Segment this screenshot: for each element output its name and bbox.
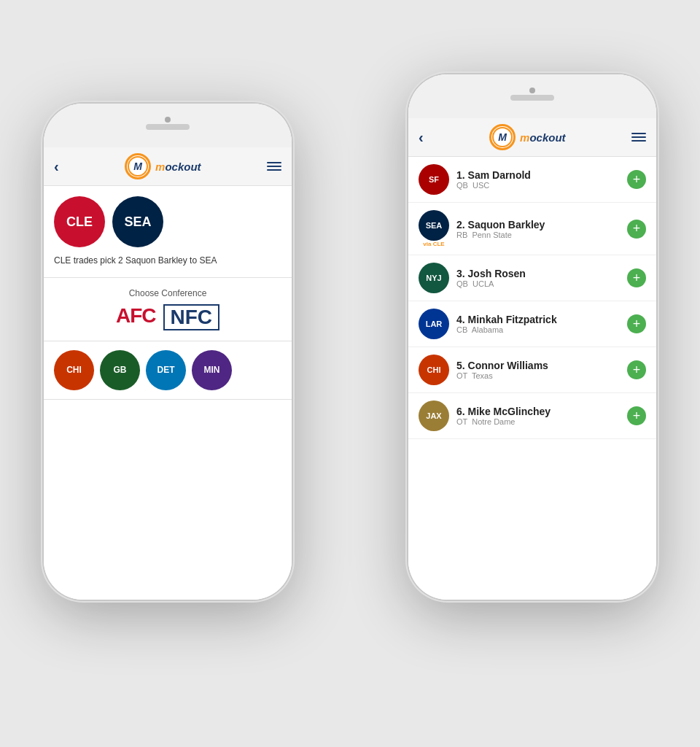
sea-team-dot: SEA: [419, 210, 449, 241]
player-info-5: 5. Connor Williams OT Texas: [456, 360, 620, 380]
player-info-4: 4. Minkah Fitzpatrick CB Alabama: [456, 314, 620, 334]
jax-team-dot: JAX: [419, 400, 449, 431]
trade-description: CLE trades pick 2 Saquon Barkley to SEA: [54, 255, 281, 267]
player-info-6: 6. Mike McGlinchey OT Notre Dame: [456, 406, 620, 426]
left-phone-top-bar: [44, 104, 292, 147]
chi-team-dot: CHI: [419, 355, 449, 385]
player-name-2: 2. Saquon Barkley: [456, 219, 620, 231]
add-pick-3-button[interactable]: +: [627, 268, 646, 287]
right-menu-button[interactable]: [631, 133, 646, 142]
left-phone-speaker: [146, 124, 190, 130]
right-screen: ‹ M mockout: [408, 118, 656, 600]
player-info-3: 3. Josh Rosen QB UCLA: [456, 268, 620, 288]
draft-list: SF 1. Sam Darnold QB USC + SEA via CLE: [408, 157, 656, 600]
gb-team-bubble[interactable]: GB: [100, 350, 140, 390]
player-detail-3: QB UCLA: [456, 279, 620, 288]
left-logo-circle: M: [125, 153, 151, 179]
left-screen: ‹ M mockout: [44, 147, 292, 600]
chi-team-bubble[interactable]: CHI: [54, 350, 94, 390]
player-detail-4: CB Alabama: [456, 325, 620, 334]
sea-bubble: SEA: [112, 196, 163, 247]
player-name-5: 5. Connor Williams: [456, 360, 620, 371]
det-team-bubble[interactable]: DET: [146, 350, 186, 390]
add-pick-5-button[interactable]: +: [627, 360, 646, 379]
sea-via-container: SEA via CLE: [419, 210, 449, 247]
draft-item-1: SF 1. Sam Darnold QB USC +: [408, 157, 656, 203]
draft-item-4: LAR 4. Minkah Fitzpatrick CB Alabama +: [408, 301, 656, 347]
player-info-2: 2. Saquon Barkley RB Penn State: [456, 219, 620, 239]
draft-item-5: CHI 5. Connor Williams OT Texas +: [408, 347, 656, 393]
right-phone-speaker: [510, 95, 554, 101]
left-logo-icon: M: [128, 156, 148, 177]
cle-bubble: CLE: [54, 196, 105, 247]
afc-button[interactable]: AFC: [116, 304, 156, 330]
right-app-header: ‹ M mockout: [408, 118, 656, 157]
svg-text:M: M: [498, 131, 507, 143]
left-logo-text: mockout: [155, 160, 201, 173]
player-name-6: 6. Mike McGlinchey: [456, 406, 620, 417]
player-info-1: 1. Sam Darnold QB USC: [456, 169, 620, 190]
add-pick-1-button[interactable]: +: [627, 170, 646, 189]
nyj-team-dot: NYJ: [419, 263, 449, 293]
left-menu-button[interactable]: [267, 162, 281, 171]
menu-line-3: [267, 169, 281, 171]
right-phone-camera: [529, 88, 535, 93]
draft-item-6: JAX 6. Mike McGlinchey OT Notre Dame +: [408, 393, 656, 439]
menu-line-2: [267, 166, 281, 167]
player-detail-5: OT Texas: [456, 371, 620, 380]
right-logo-circle: M: [489, 124, 516, 150]
draft-item-3: NYJ 3. Josh Rosen QB UCLA +: [408, 255, 656, 301]
left-phone: ‹ M mockout: [44, 104, 292, 600]
trade-card: CLE SEA CLE trades pick 2 Saquon Barkley…: [44, 186, 292, 278]
player-name-4: 4. Minkah Fitzpatrick: [456, 314, 620, 325]
left-app-header: ‹ M mockout: [44, 147, 292, 186]
phones-container: ‹ M mockout: [22, 16, 678, 731]
min-team-bubble[interactable]: MIN: [192, 350, 232, 390]
menu-line-1: [267, 162, 281, 163]
add-pick-6-button[interactable]: +: [627, 406, 646, 425]
conference-label: Choose Conference: [54, 288, 281, 298]
via-cle-label: via CLE: [423, 241, 444, 247]
player-name-3: 3. Josh Rosen: [456, 268, 620, 279]
right-logo-text: mockout: [520, 131, 566, 144]
player-detail-2: RB Penn State: [456, 231, 620, 239]
nfc-button[interactable]: NFC: [163, 304, 220, 330]
right-menu-line-3: [631, 140, 646, 142]
svg-text:M: M: [133, 160, 142, 172]
player-detail-1: QB USC: [456, 181, 620, 190]
left-logo: M mockout: [125, 153, 201, 179]
draft-item-2: SEA via CLE 2. Saquon Barkley RB Penn St…: [408, 203, 656, 255]
conference-buttons: AFC NFC: [54, 304, 281, 330]
trade-team-bubbles: CLE SEA: [54, 196, 281, 247]
player-name-1: 1. Sam Darnold: [456, 169, 620, 181]
add-pick-2-button[interactable]: +: [627, 220, 646, 239]
right-back-button[interactable]: ‹: [419, 129, 424, 146]
right-menu-line-1: [631, 133, 646, 134]
right-logo-icon: M: [492, 127, 513, 147]
right-phone-top-bar: [408, 74, 656, 118]
right-phone: ‹ M mockout: [408, 74, 656, 600]
player-detail-6: OT Notre Dame: [456, 417, 620, 426]
sf-team-dot: SF: [419, 164, 449, 195]
left-phone-camera: [165, 117, 171, 123]
teams-row: CHI GB DET MIN: [44, 341, 292, 400]
conference-section: Choose Conference AFC NFC: [44, 278, 292, 341]
left-back-button[interactable]: ‹: [54, 158, 59, 175]
right-menu-line-2: [631, 136, 646, 138]
right-logo: M mockout: [489, 124, 566, 150]
lar-team-dot: LAR: [419, 309, 449, 339]
add-pick-4-button[interactable]: +: [627, 314, 646, 333]
